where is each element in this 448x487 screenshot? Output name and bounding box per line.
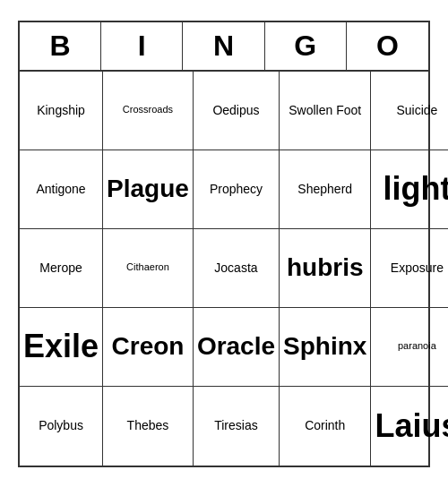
header-letter-O: O [347, 22, 428, 70]
cell-text-18: Sphinx [283, 331, 366, 362]
bingo-cell-6: Plague [103, 150, 194, 229]
bingo-grid: KingshipCrossroadsOedipusSwollen FootSui… [20, 72, 428, 466]
cell-text-24: Laius [375, 406, 448, 445]
bingo-cell-21: Thebes [103, 387, 194, 466]
bingo-cell-3: Swollen Foot [280, 72, 371, 150]
cell-text-9: light [383, 169, 448, 208]
bingo-cell-9: light [371, 150, 448, 229]
bingo-cell-24: Laius [371, 387, 448, 466]
bingo-cell-16: Creon [103, 308, 194, 387]
bingo-card: BINGO KingshipCrossroadsOedipusSwollen F… [18, 21, 430, 467]
header-letter-I: I [101, 22, 183, 70]
bingo-cell-23: Corinth [280, 387, 371, 466]
cell-text-19: paranoia [398, 340, 436, 352]
cell-text-17: Oracle [197, 331, 275, 362]
cell-text-15: Exile [23, 327, 99, 365]
cell-text-2: Oedipus [212, 103, 259, 118]
bingo-cell-12: Jocasta [194, 229, 280, 308]
bingo-cell-8: Shepherd [280, 150, 371, 229]
bingo-cell-4: Suicide [371, 72, 448, 150]
bingo-cell-1: Crossroads [103, 72, 194, 150]
cell-text-14: Exposure [391, 261, 444, 276]
bingo-cell-20: Polybus [20, 387, 103, 466]
cell-text-21: Thebes [127, 418, 169, 433]
bingo-cell-14: Exposure [371, 229, 448, 308]
cell-text-7: Prophecy [210, 182, 263, 197]
cell-text-5: Antigone [36, 182, 85, 197]
cell-text-16: Creon [112, 331, 185, 362]
cell-text-10: Merope [39, 261, 82, 276]
bingo-cell-13: hubris [280, 229, 371, 308]
header-letter-B: B [20, 22, 101, 70]
cell-text-20: Polybus [39, 418, 83, 433]
cell-text-8: Shepherd [297, 182, 352, 197]
bingo-cell-0: Kingship [20, 72, 103, 150]
bingo-cell-5: Antigone [20, 150, 103, 229]
bingo-cell-19: paranoia [371, 308, 448, 387]
bingo-cell-15: Exile [20, 308, 103, 387]
cell-text-0: Kingship [37, 103, 85, 118]
bingo-cell-18: Sphinx [280, 308, 371, 387]
bingo-cell-11: Cithaeron [103, 229, 194, 308]
header-letter-N: N [183, 22, 264, 70]
cell-text-13: hubris [287, 252, 364, 283]
bingo-header: BINGO [20, 22, 428, 72]
bingo-cell-10: Merope [20, 229, 103, 308]
cell-text-3: Swollen Foot [289, 103, 361, 118]
header-letter-G: G [265, 22, 347, 70]
cell-text-4: Suicide [396, 103, 437, 118]
bingo-cell-2: Oedipus [194, 72, 280, 150]
cell-text-11: Cithaeron [126, 261, 169, 273]
bingo-cell-7: Prophecy [194, 150, 280, 229]
cell-text-6: Plague [107, 174, 189, 204]
bingo-cell-22: Tiresias [194, 387, 280, 466]
cell-text-12: Jocasta [214, 261, 257, 276]
bingo-cell-17: Oracle [194, 308, 280, 387]
cell-text-23: Corinth [305, 418, 345, 433]
cell-text-22: Tiresias [214, 418, 258, 433]
cell-text-1: Crossroads [123, 104, 173, 115]
